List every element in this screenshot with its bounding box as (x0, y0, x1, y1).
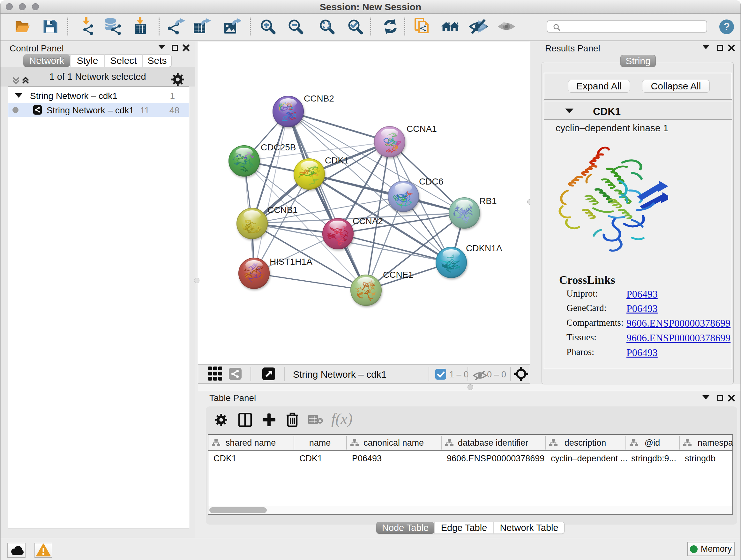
svg-text:CCNA2: CCNA2 (353, 216, 383, 226)
svg-text:CCNE1: CCNE1 (383, 270, 413, 280)
svg-text:RB1: RB1 (479, 196, 496, 206)
svg-text:CCNB1: CCNB1 (267, 205, 298, 215)
svg-text:CCNA1: CCNA1 (407, 124, 437, 134)
svg-text:CDKN1A: CDKN1A (466, 243, 502, 253)
svg-text:?: ? (724, 21, 730, 33)
svg-text:CCNB2: CCNB2 (304, 94, 334, 104)
svg-text:CDK1: CDK1 (325, 155, 349, 165)
svg-text:CDC25B: CDC25B (261, 142, 296, 152)
svg-text:CDC6: CDC6 (419, 177, 443, 186)
svg-text:HIST1H1A: HIST1H1A (270, 257, 313, 266)
